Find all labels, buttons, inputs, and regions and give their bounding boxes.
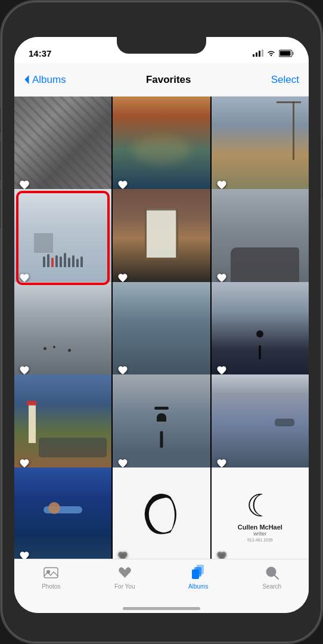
tab-albums[interactable]: Albums bbox=[162, 564, 235, 590]
back-label: Albums bbox=[32, 74, 66, 86]
heart-icon bbox=[216, 550, 227, 559]
phone-frame: 14:37 bbox=[0, 0, 323, 644]
photo-cell[interactable] bbox=[14, 97, 111, 194]
moon-svg bbox=[141, 491, 182, 538]
battery-icon bbox=[279, 49, 294, 57]
svg-rect-12 bbox=[197, 565, 204, 574]
tab-for-you[interactable]: For You bbox=[88, 564, 162, 590]
tab-for-you-label: For You bbox=[114, 583, 135, 590]
notch bbox=[117, 37, 206, 54]
photo-cell-selected[interactable] bbox=[14, 189, 111, 286]
silent-switch[interactable] bbox=[0, 189, 1, 228]
tab-bar: Photos For You bbox=[14, 559, 309, 608]
tab-search-label: Search bbox=[262, 583, 281, 590]
photo-cell[interactable] bbox=[212, 374, 309, 472]
navigation-bar: Albums Favorites Select bbox=[14, 63, 309, 97]
status-time: 14:37 bbox=[29, 48, 51, 58]
heart-icon bbox=[117, 550, 128, 559]
svg-rect-0 bbox=[253, 54, 254, 57]
tab-albums-label: Albums bbox=[188, 583, 208, 590]
photo-cell[interactable] bbox=[212, 282, 309, 379]
tab-photos-label: Photos bbox=[42, 583, 60, 590]
svg-rect-3 bbox=[262, 49, 263, 57]
signal-icon bbox=[253, 49, 263, 57]
photo-grid: ☾ Cullen McHael writer 512.461.1035 bbox=[14, 97, 309, 559]
bc-title: writer bbox=[253, 531, 266, 537]
home-bar bbox=[123, 607, 200, 610]
photo-cell[interactable] bbox=[113, 467, 210, 559]
volume-up-button[interactable] bbox=[0, 109, 1, 132]
select-button[interactable]: Select bbox=[271, 74, 299, 86]
svg-rect-7 bbox=[280, 51, 291, 55]
heart-icon bbox=[19, 550, 30, 559]
wifi-icon bbox=[266, 49, 276, 57]
volume-down-button[interactable] bbox=[0, 141, 1, 180]
photo-cell[interactable]: ☾ Cullen McHael writer 512.461.1035 bbox=[212, 467, 309, 559]
tab-search[interactable]: Search bbox=[235, 564, 309, 590]
tab-photos[interactable]: Photos bbox=[14, 564, 88, 590]
bc-moon-icon: ☾ bbox=[246, 490, 274, 521]
bc-phone: 512.461.1035 bbox=[247, 538, 273, 542]
phone-screen: 14:37 bbox=[14, 37, 309, 613]
svg-rect-6 bbox=[293, 52, 294, 55]
status-icons bbox=[253, 49, 294, 57]
search-icon bbox=[263, 564, 280, 581]
svg-rect-8 bbox=[44, 568, 58, 578]
svg-rect-1 bbox=[256, 52, 257, 57]
svg-line-14 bbox=[274, 575, 278, 579]
for-you-icon bbox=[116, 564, 133, 581]
photo-cell[interactable] bbox=[113, 374, 210, 472]
photo-cell[interactable] bbox=[212, 97, 309, 194]
svg-point-4 bbox=[271, 55, 272, 56]
photo-cell[interactable] bbox=[113, 97, 210, 194]
bc-name: Cullen McHael bbox=[238, 524, 282, 531]
photo-cell[interactable] bbox=[14, 282, 111, 379]
business-card: ☾ Cullen McHael writer 512.461.1035 bbox=[212, 467, 309, 559]
photo-cell[interactable] bbox=[113, 282, 210, 379]
albums-icon bbox=[190, 564, 207, 581]
photos-icon bbox=[43, 564, 60, 581]
svg-rect-2 bbox=[259, 51, 260, 57]
back-button[interactable]: Albums bbox=[24, 74, 66, 86]
nav-title: Favorites bbox=[146, 74, 191, 86]
photo-cell[interactable] bbox=[14, 467, 111, 559]
home-indicator bbox=[14, 608, 309, 613]
photo-cell[interactable] bbox=[212, 189, 309, 286]
photo-cell[interactable] bbox=[113, 189, 210, 286]
photo-cell[interactable] bbox=[14, 374, 111, 472]
